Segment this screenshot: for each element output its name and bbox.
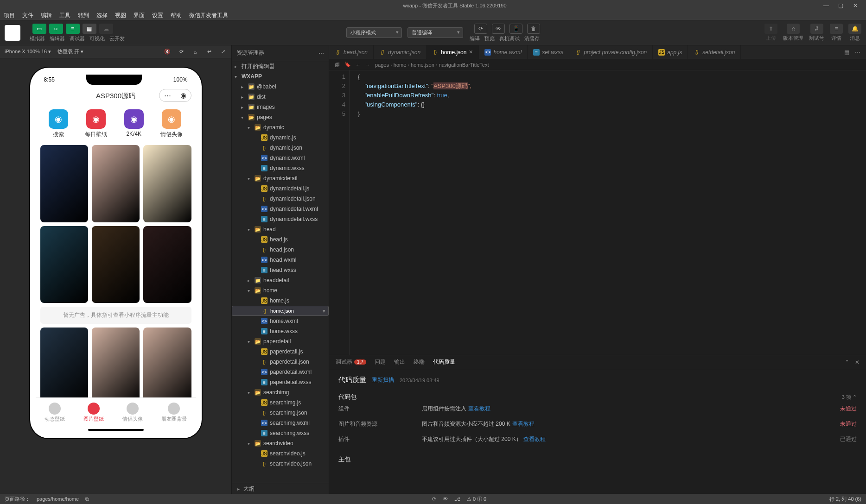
wallpaper-thumb[interactable] — [40, 328, 88, 397]
tab-project.private.config.json[interactable]: {}project.private.config.json — [569, 45, 653, 59]
close-icon[interactable]: ✕ — [853, 2, 860, 9]
menu-文件[interactable]: 文件 — [22, 12, 33, 19]
tree-head[interactable]: ▾📂head — [232, 224, 329, 234]
back-icon[interactable]: ↩ — [205, 48, 213, 56]
menu-转到[interactable]: 转到 — [78, 12, 89, 19]
close-tab-icon[interactable]: ✕ — [469, 49, 473, 55]
tab-dynamic.json[interactable]: {}dynamic.json — [374, 45, 427, 59]
crumb-pages[interactable]: pages — [375, 62, 389, 68]
rescan-link[interactable]: 重新扫描 — [372, 376, 394, 384]
cloud-button[interactable]: ☁ — [99, 24, 113, 34]
tree-dynamicdetail.json[interactable]: {}dynamicdetail.json — [232, 194, 329, 204]
tab-动态壁纸[interactable]: 动态壁纸 — [45, 403, 65, 422]
nav-fwd-icon[interactable]: → — [365, 62, 370, 68]
rotate-icon[interactable]: ⤢ — [219, 48, 227, 56]
tab-朋友圈背景[interactable]: 朋友圈背景 — [161, 403, 187, 422]
tree-paperdetail.wxml[interactable]: <>paperdetail.wxml — [232, 367, 329, 377]
tree-dynamicdetail.js[interactable]: JSdynamicdetail.js — [232, 183, 329, 194]
refresh-icon[interactable]: ⟳ — [178, 48, 185, 56]
tree-paperdetail.json[interactable]: {}paperdetail.json — [232, 357, 329, 367]
tree-head.wxss[interactable]: ≡head.wxss — [232, 265, 329, 275]
project-root[interactable]: ▾WXAPP — [232, 71, 329, 82]
tree-home.wxss[interactable]: ≡home.wxss — [232, 326, 329, 336]
tutorial-link[interactable]: 查看教程 — [512, 421, 535, 427]
outline-section[interactable]: ▸ 大纲 — [232, 483, 329, 494]
tree-head.js[interactable]: JShead.js — [232, 234, 329, 245]
page-path[interactable]: pages/home/home — [37, 496, 79, 502]
compile-target-select[interactable]: 普通编译 — [408, 27, 463, 38]
wallpaper-thumb[interactable] — [92, 328, 140, 397]
tab-head.json[interactable]: {}head.json — [329, 45, 374, 59]
tree-home.wxml[interactable]: <>home.wxml — [232, 316, 329, 326]
menu-界面[interactable]: 界面 — [134, 12, 145, 19]
bookmark-icon[interactable]: 🔖 — [344, 62, 351, 68]
tree-head.json[interactable]: {}head.json — [232, 245, 329, 255]
maximize-icon[interactable]: ▢ — [838, 2, 845, 9]
wallpaper-thumb[interactable] — [143, 328, 191, 397]
section-count[interactable]: 3 项 ⌃ — [842, 394, 857, 401]
sync-icon[interactable]: ⟳ — [432, 496, 436, 502]
tree-@babel[interactable]: ▸📁@babel — [232, 82, 329, 92]
tab-home.wxml[interactable]: <>home.wxml — [479, 45, 528, 59]
tree-headdetail[interactable]: ▸📁headdetail — [232, 275, 329, 285]
wallpaper-thumb[interactable] — [40, 226, 88, 303]
nav-2K/4K[interactable]: ◉2K/4K — [124, 109, 144, 139]
tab-setdetail.json[interactable]: {}setdetail.json — [688, 45, 741, 59]
tree-dist[interactable]: ▸📁dist — [232, 92, 329, 102]
compile-button[interactable]: ⟳ — [474, 24, 487, 34]
menu-工具[interactable]: 工具 — [59, 12, 70, 19]
nav-搜索[interactable]: ◉搜索 — [49, 109, 68, 139]
tree-dynamic.json[interactable]: {}dynamic.json — [232, 143, 329, 153]
eye-icon[interactable]: 👁 — [443, 496, 448, 502]
tree-searchvideo.js[interactable]: JSsearchvideo.js — [232, 448, 329, 459]
tree-paperdetail[interactable]: ▾📂paperdetail — [232, 336, 329, 346]
cursor-position[interactable]: 行 2, 列 40 (6) — [829, 496, 861, 503]
tab-情侣头像[interactable]: 情侣头像 — [122, 403, 143, 422]
menu-帮助[interactable]: 帮助 — [171, 12, 182, 19]
crumb-home[interactable]: home — [394, 62, 407, 68]
tab-action-icon[interactable]: ⋯ — [855, 49, 860, 56]
menu-选择[interactable]: 选择 — [96, 12, 108, 19]
home-icon[interactable]: ⌂ — [191, 48, 199, 56]
code-editor[interactable]: 12345 { "navigationBarTitleText": "ASP30… — [329, 70, 866, 355]
tree-home[interactable]: ▾📂home — [232, 285, 329, 296]
tree-pages[interactable]: ▾📂pages — [232, 112, 329, 122]
版本管理-button[interactable]: ⎌ — [787, 24, 800, 34]
preview-button[interactable]: 👁 — [492, 24, 505, 34]
open-editors-section[interactable]: ▸打开的编辑器 — [232, 61, 329, 71]
tab-app.js[interactable]: JSapp.js — [653, 45, 688, 59]
compile-mode-select[interactable]: 小程序模式 — [346, 27, 402, 38]
panel-tab-终端[interactable]: 终端 — [414, 358, 425, 366]
tutorial-link[interactable]: 查看教程 — [523, 436, 546, 442]
tree-dynamicdetail.wxss[interactable]: ≡dynamicdetail.wxss — [232, 214, 329, 224]
menu-编辑[interactable]: 编辑 — [41, 12, 52, 19]
problems-count[interactable]: ⚠ 0 ⓘ 0 — [467, 496, 486, 503]
tree-head.wxml[interactable]: <>head.wxml — [232, 255, 329, 265]
wallpaper-thumb[interactable] — [143, 145, 191, 222]
hot-reload-toggle[interactable]: 热重载 开 ▾ — [57, 48, 83, 55]
nav-back-icon[interactable]: ← — [356, 62, 361, 68]
visual-button[interactable]: ▦ — [83, 24, 96, 34]
tree-dynamic.wxml[interactable]: <>dynamic.wxml — [232, 153, 329, 163]
消息-button[interactable]: 🔔 — [848, 24, 861, 34]
tutorial-link[interactable]: 查看教程 — [468, 405, 490, 412]
crumb-navigationBarTitleText[interactable]: navigationBarTitleText — [439, 62, 489, 68]
menu-设置[interactable]: 设置 — [152, 12, 163, 19]
files-icon[interactable]: 🗐 — [335, 62, 340, 68]
crumb-home.json[interactable]: home.json — [411, 62, 434, 68]
tree-searchimg.wxml[interactable]: <>searchimg.wxml — [232, 418, 329, 428]
tree-dynamic[interactable]: ▾📂dynamic — [232, 122, 329, 132]
minimize-icon[interactable]: — — [823, 2, 830, 9]
remote-debug-button[interactable]: 📱 — [509, 24, 522, 34]
tree-searchimg.json[interactable]: {}searchimg.json — [232, 408, 329, 418]
nav-情侣头像[interactable]: ◉情侣头像 — [160, 109, 183, 139]
simulator-button[interactable]: ▭ — [32, 24, 46, 34]
详情-button[interactable]: ≡ — [830, 24, 843, 34]
explorer-more-icon[interactable]: ⋯ — [318, 50, 324, 57]
tab-home.json[interactable]: {}home.json✕ — [427, 45, 479, 59]
device-select[interactable]: iPhone X 100% 16 ▾ — [5, 49, 51, 55]
wallpaper-thumb[interactable] — [92, 226, 140, 303]
panel-close-icon[interactable]: ✕ — [855, 359, 860, 365]
tab-action-icon[interactable]: ▦ — [844, 49, 849, 56]
mute-icon[interactable]: 🔇 — [164, 48, 171, 56]
